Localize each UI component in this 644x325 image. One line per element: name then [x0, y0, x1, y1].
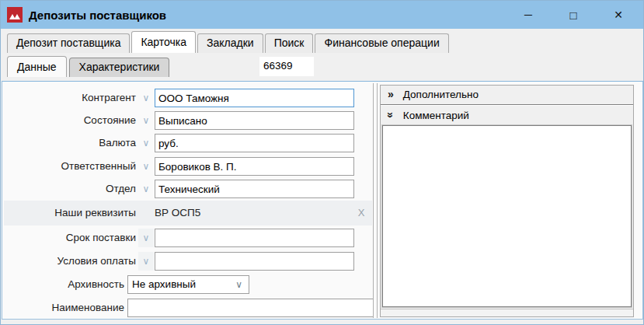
valyuta-input[interactable] — [155, 134, 354, 152]
valyuta-label: Валюта — [2, 134, 136, 152]
app-logo-icon — [7, 7, 23, 23]
form-row-kontragent: Контрагент ∨ — [2, 89, 372, 107]
arkhivnost-label: Архивность — [2, 275, 124, 294]
otvetstvennyi-label: Ответственный — [2, 157, 136, 176]
chevron-down-icon[interactable]: ∨ — [138, 252, 154, 271]
section-divider — [381, 104, 633, 106]
tab-dannye[interactable]: Данные — [7, 56, 67, 77]
nashi-rekvizity-value: ВР ОСП5 — [155, 201, 200, 225]
chevron-down-icon[interactable]: ∨ — [138, 180, 154, 198]
tab-zakladki[interactable]: Закладки — [197, 33, 263, 53]
form-row-otvetstvennyi: Ответственный ∨ — [2, 157, 372, 176]
kontragent-label: Контрагент — [2, 89, 136, 107]
kontragent-input[interactable] — [155, 89, 354, 107]
sostoyanie-input[interactable] — [155, 111, 354, 130]
form-row-valyuta: Валюта ∨ — [2, 134, 372, 152]
form-row-sostoyanie: Состояние ∨ — [2, 111, 372, 130]
form-row-otdel: Отдел ∨ — [2, 180, 372, 198]
srok-postavki-label: Срок поставки — [2, 229, 136, 247]
kommentarii-textarea[interactable] — [382, 125, 632, 307]
tab-poisk[interactable]: Поиск — [265, 33, 314, 53]
sub-tab-strip: Данные Характеристики — [1, 55, 643, 77]
chevron-down-icon[interactable]: ∨ — [138, 229, 154, 247]
main-tab-strip: Депозит поставщика Карточка Закладки Пои… — [1, 31, 643, 53]
data-tab-page: Контрагент ∨ Состояние ∨ Валюта ∨ Ответс… — [2, 81, 643, 320]
app-window: Депозиты поставщиков ─ □ ✕ Депозит поста… — [0, 0, 644, 325]
close-button[interactable]: ✕ — [600, 1, 636, 29]
tab-finansovye-operacii[interactable]: Финансовые операции — [315, 33, 448, 53]
right-dock-panel: » Дополнительно » Комментарий — [380, 85, 634, 317]
clear-field-icon[interactable]: X — [353, 201, 369, 225]
logo-triangle-icon — [14, 14, 20, 19]
section-kommentarii-label: Комментарий — [403, 110, 469, 121]
nashi-rekvizity-label: Наши реквизиты — [4, 201, 136, 225]
otvetstvennyi-input[interactable] — [155, 157, 354, 176]
chevron-down-icon[interactable]: ∨ — [138, 157, 154, 176]
form-row-srok-postavki: Срок поставки ∨ — [2, 229, 372, 247]
window-title: Депозиты поставщиков — [29, 9, 166, 22]
double-chevron-down-icon: » — [385, 112, 396, 118]
panel-footer-strip — [381, 309, 633, 316]
naimenovanie-label: Наименование — [2, 299, 124, 317]
arkhivnost-value: Не архивный — [132, 278, 196, 290]
naimenovanie-input[interactable] — [127, 299, 374, 317]
window-controls: ─ □ ✕ — [510, 1, 636, 29]
chevron-down-icon: ∨ — [235, 276, 242, 293]
chevron-down-icon[interactable]: ∨ — [138, 89, 154, 107]
otdel-input[interactable] — [155, 180, 354, 198]
panel-splitter[interactable] — [373, 83, 378, 318]
tab-deposit-postavschika[interactable]: Депозит поставщика — [7, 33, 130, 53]
titlebar[interactable]: Депозиты поставщиков ─ □ ✕ — [1, 1, 643, 29]
chevron-down-icon[interactable]: ∨ — [138, 111, 154, 130]
otdel-label: Отдел — [2, 180, 136, 198]
usloviya-oplaty-input[interactable] — [155, 252, 354, 271]
section-dopolnitelno-header[interactable]: » Дополнительно — [381, 86, 633, 103]
tab-kharakteristiki[interactable]: Характеристики — [69, 58, 170, 77]
form-row-nashi-rekvizity: Наши реквизиты ВР ОСП5 X — [4, 201, 372, 225]
tab-kartochka[interactable]: Карточка — [131, 31, 196, 53]
sostoyanie-label: Состояние — [2, 111, 136, 130]
form-row-usloviya-oplaty: Условия оплаты ∨ — [2, 252, 372, 271]
maximize-button[interactable]: □ — [555, 1, 591, 29]
arkhivnost-select[interactable]: Не архивный ∨ — [127, 275, 249, 294]
record-id-field[interactable]: 66369 — [259, 57, 314, 76]
chevron-down-icon[interactable]: ∨ — [138, 134, 154, 152]
srok-postavki-input[interactable] — [155, 229, 354, 247]
minimize-button[interactable]: ─ — [510, 1, 546, 29]
section-dopolnitelno-label: Дополнительно — [403, 89, 479, 100]
usloviya-oplaty-label: Условия оплаты — [2, 252, 136, 271]
double-chevron-right-icon: » — [388, 89, 394, 100]
section-kommentarii-header[interactable]: » Комментарий — [381, 107, 633, 124]
